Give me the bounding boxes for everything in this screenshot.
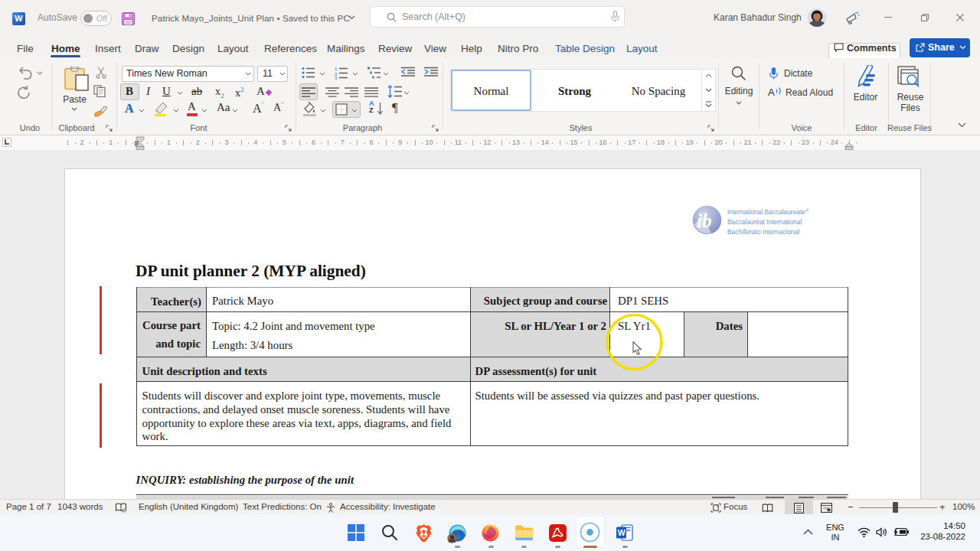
svg-text:W: W xyxy=(618,528,626,537)
svg-text:1: 1 xyxy=(335,67,338,71)
svg-text:3: 3 xyxy=(335,76,338,80)
svg-text:ib: ib xyxy=(697,210,711,231)
